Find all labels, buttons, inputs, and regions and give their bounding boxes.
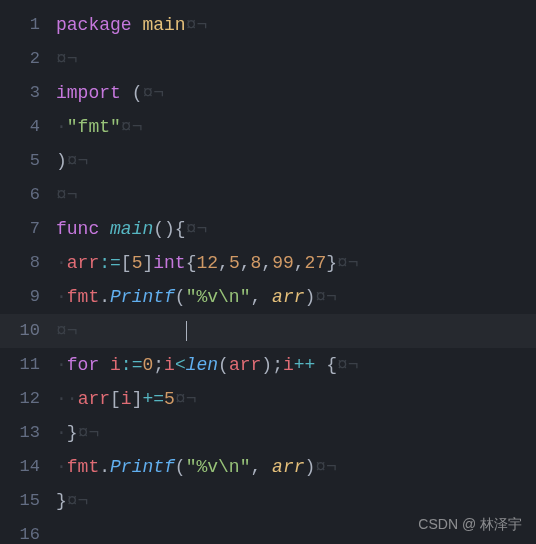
code-token: Printf [110, 287, 175, 307]
code-token: i [121, 389, 132, 409]
code-line[interactable]: func main(){¤¬ [56, 212, 536, 246]
code-line[interactable]: ·}¤¬ [56, 416, 536, 450]
code-token: ¤¬ [175, 389, 197, 409]
line-number: 15 [0, 484, 40, 518]
code-token: { [326, 355, 337, 375]
code-token: ( [175, 457, 186, 477]
code-line[interactable]: ··arr[i]+=5¤¬ [56, 382, 536, 416]
line-number-gutter: 12345678910111213141516 [0, 0, 56, 544]
code-editor[interactable]: 12345678910111213141516 package main¤¬¤¬… [0, 0, 536, 544]
line-number: 11 [0, 348, 40, 382]
line-number: 2 [0, 42, 40, 76]
code-token [261, 287, 272, 307]
code-token: ¤¬ [337, 355, 359, 375]
code-line[interactable]: ·arr:=[5]int{12,5,8,99,27}¤¬ [56, 246, 536, 280]
code-token: import [56, 83, 121, 103]
code-line[interactable]: ·fmt.Printf("%v\n", arr)¤¬ [56, 280, 536, 314]
code-token: ¤¬ [186, 219, 208, 239]
code-line[interactable]: )¤¬ [56, 144, 536, 178]
code-token: ¤¬ [56, 185, 78, 205]
code-line[interactable]: ·fmt.Printf("%v\n", arr)¤¬ [56, 450, 536, 484]
code-token: := [99, 253, 121, 273]
code-token: fmt [67, 457, 99, 477]
code-line[interactable]: ¤¬ [56, 178, 536, 212]
code-token: ¤¬ [56, 49, 78, 69]
code-line[interactable]: ¤¬ [56, 42, 536, 76]
code-token: · [56, 287, 67, 307]
code-token: , [250, 287, 261, 307]
code-token: · [56, 253, 67, 273]
code-token: } [56, 491, 67, 511]
code-token: main [110, 219, 153, 239]
code-token: { [186, 253, 197, 273]
code-token: arr [78, 389, 110, 409]
code-token: , [218, 253, 229, 273]
code-token: [ [121, 253, 132, 273]
code-line[interactable]: }¤¬ [56, 484, 536, 518]
code-token: 5 [229, 253, 240, 273]
code-token: { [175, 219, 186, 239]
line-number: 16 [0, 518, 40, 544]
code-token: package [56, 15, 132, 35]
code-token: } [326, 253, 337, 273]
code-token: ¤¬ [315, 457, 337, 477]
code-line[interactable]: ¤¬ [56, 314, 536, 348]
code-token: ¤¬ [142, 83, 164, 103]
line-number: 7 [0, 212, 40, 246]
code-token: i [283, 355, 294, 375]
code-token: ¤¬ [186, 15, 208, 35]
line-number: 9 [0, 280, 40, 314]
code-token: · [56, 389, 67, 409]
code-token: for [67, 355, 99, 375]
code-token: , [294, 253, 305, 273]
code-token: "fmt" [67, 117, 121, 137]
code-token [261, 457, 272, 477]
code-token: i [110, 355, 121, 375]
code-token: ( [132, 83, 143, 103]
code-line[interactable]: ·"fmt"¤¬ [56, 110, 536, 144]
code-token: ) [261, 355, 272, 375]
code-area[interactable]: package main¤¬¤¬import (¤¬·"fmt"¤¬)¤¬¤¬f… [56, 0, 536, 544]
code-token: 99 [272, 253, 294, 273]
code-token: ++ [294, 355, 316, 375]
code-token: arr [272, 287, 304, 307]
code-token: , [250, 457, 261, 477]
code-token: := [121, 355, 143, 375]
code-line[interactable] [56, 518, 536, 544]
code-token: ¤¬ [121, 117, 143, 137]
code-token: fmt [67, 287, 99, 307]
code-token [121, 83, 132, 103]
code-line[interactable]: package main¤¬ [56, 8, 536, 42]
code-line[interactable]: ·for i:=0;i<len(arr);i++ {¤¬ [56, 348, 536, 382]
code-token: , [240, 253, 251, 273]
line-number: 8 [0, 246, 40, 280]
code-token: ] [142, 253, 153, 273]
code-token: ] [132, 389, 143, 409]
code-token: ¤¬ [56, 321, 78, 341]
line-number: 13 [0, 416, 40, 450]
code-token: Printf [110, 457, 175, 477]
line-number: 14 [0, 450, 40, 484]
code-token [99, 219, 110, 239]
code-token: "%v\n" [186, 457, 251, 477]
code-token: i [164, 355, 175, 375]
code-token: ( [175, 287, 186, 307]
code-token: . [99, 287, 110, 307]
line-number: 10 [0, 314, 40, 348]
code-token: main [142, 15, 185, 35]
code-token: · [56, 117, 67, 137]
code-token: ¤¬ [337, 253, 359, 273]
code-token: "%v\n" [186, 287, 251, 307]
code-line[interactable]: import (¤¬ [56, 76, 536, 110]
code-token [99, 355, 110, 375]
code-token: arr [229, 355, 261, 375]
code-token: < [175, 355, 186, 375]
code-token: 0 [142, 355, 153, 375]
code-token: · [56, 355, 67, 375]
code-token: arr [67, 253, 99, 273]
code-token [315, 355, 326, 375]
code-token: func [56, 219, 99, 239]
code-token: += [142, 389, 164, 409]
code-token: ¤¬ [67, 151, 89, 171]
code-token: , [261, 253, 272, 273]
